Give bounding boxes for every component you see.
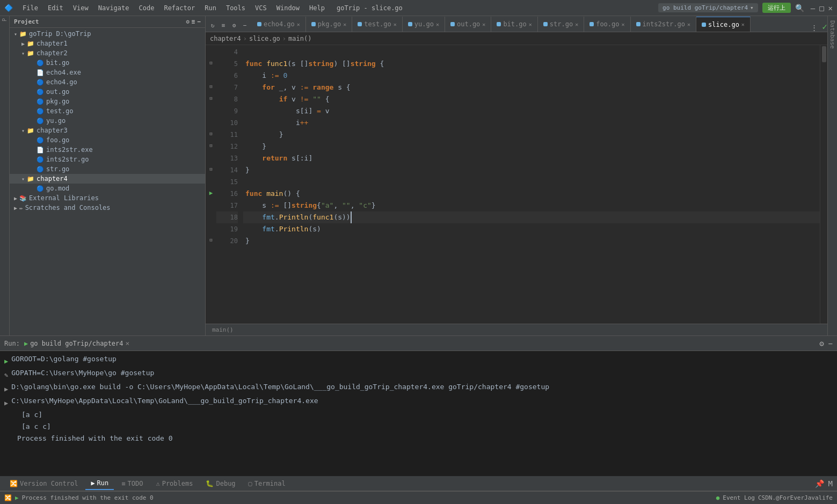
run-icon-16[interactable]: ▶ — [209, 189, 213, 196]
build-config[interactable]: go build goTrip/chapter4 ▾ — [658, 3, 758, 12]
tree-item-echo4-exe[interactable]: 📄 echo4.exe — [10, 68, 205, 77]
tab-close-test[interactable]: ✕ — [394, 21, 397, 27]
tab-close-out[interactable]: ✕ — [482, 21, 485, 27]
gutter-20[interactable]: ⊟ — [206, 234, 216, 246]
gutter-8[interactable]: ⊟ — [206, 92, 216, 104]
tab-more-button[interactable]: ⋮ — [809, 24, 820, 32]
menu-refactor[interactable]: Refactor — [159, 3, 199, 13]
tab-test-go[interactable]: test.go ✕ — [352, 17, 403, 32]
tab-echo4-go[interactable]: echo4.go ✕ — [252, 17, 306, 32]
event-log-label[interactable]: Event Log — [723, 494, 755, 501]
tab-todo[interactable]: ≡ TODO — [116, 478, 148, 490]
fold-icon-7[interactable]: ⊟ — [209, 84, 212, 89]
tree-item-ints2str-go[interactable]: 🔵 ints2str.go — [10, 155, 205, 164]
tree-item-go-mod[interactable]: 🔵 go.mod — [10, 184, 205, 193]
tab-collapse-icon[interactable]: − — [240, 22, 250, 32]
tab-close-slice[interactable]: ✕ — [741, 21, 745, 27]
maximize-button[interactable]: □ — [819, 4, 824, 12]
tab-problems[interactable]: ⚠ Problems — [150, 478, 198, 490]
fold-icon-14[interactable]: ⊟ — [209, 166, 212, 172]
menu-code[interactable]: Code — [135, 3, 159, 13]
run-config-label[interactable]: go build goTrip/chapter4 — [30, 340, 123, 347]
tab-pkg-go[interactable]: pkg.go ✕ — [306, 17, 352, 32]
gutter-12[interactable]: ⊟ — [206, 140, 216, 151]
menu-run[interactable]: Run — [200, 3, 221, 13]
sidebar-gear-icon[interactable]: ⚙ — [186, 18, 190, 25]
event-log-dot[interactable]: ● — [716, 494, 720, 501]
tab-refresh-icon[interactable]: ↻ — [208, 22, 217, 32]
breadcrumb-main[interactable]: main() — [288, 35, 311, 42]
tab-close-ints2str[interactable]: ✕ — [687, 21, 690, 27]
tab-foo-go[interactable]: foo.go ✕ — [584, 17, 630, 32]
breadcrumb-chapter4[interactable]: chapter4 — [210, 35, 241, 42]
tab-out-go[interactable]: out.go ✕ — [445, 17, 491, 32]
sidebar-expand-icon[interactable]: ≡ — [192, 18, 195, 25]
minimize-button[interactable]: — — [811, 4, 815, 12]
search-toolbar-icon[interactable]: 🔍 — [795, 4, 804, 12]
tree-item-foo-go[interactable]: 🔵 foo.go — [10, 135, 205, 145]
tree-item-scratches[interactable]: ▶ ✏ Scratches and Consoles — [10, 203, 205, 213]
tab-bit-go[interactable]: bit.go ✕ — [491, 17, 537, 32]
run-status-icon[interactable]: ▶ — [15, 494, 19, 501]
tree-item-echo4-go[interactable]: 🔵 echo4.go — [10, 77, 205, 87]
vc-status-icon[interactable]: 🔀 — [4, 494, 12, 501]
db-label[interactable]: Database — [829, 20, 836, 49]
scroll-gutter[interactable] — [820, 45, 827, 324]
tree-item-gotrip[interactable]: ▾ 📁 goTrip D:\goTrip — [10, 29, 205, 39]
tab-str-go[interactable]: str.go ✕ — [538, 17, 584, 32]
editor-content[interactable]: ⊟ ⊟ ⊟ ⊟ ⊟ ⊟ ▶ ⊟ — [206, 45, 827, 324]
tree-item-chapter4[interactable]: ▾ 📁 chapter4 — [10, 174, 205, 184]
menu-tools[interactable]: Tools — [222, 3, 250, 13]
fold-icon-5[interactable]: ⊟ — [209, 60, 212, 65]
tab-close-echo4[interactable]: ✕ — [297, 21, 300, 27]
tree-item-ints2str-exe[interactable]: 📄 ints2str.exe — [10, 145, 205, 155]
tab-yu-go[interactable]: yu.go ✕ — [403, 17, 445, 32]
tab-version-control[interactable]: 🔀 Version Control — [4, 478, 83, 490]
pin-icon[interactable]: 📌 — [815, 479, 824, 488]
fold-icon-20[interactable]: ⊟ — [209, 237, 212, 243]
tab-terminal[interactable]: ▢ Terminal — [243, 478, 291, 490]
tree-item-pkg-go[interactable]: 🔵 pkg.go — [10, 97, 205, 106]
activity-project[interactable]: P — [2, 18, 8, 21]
tab-slice-go[interactable]: slice.go ✕ — [696, 17, 751, 32]
menu-view[interactable]: View — [69, 3, 93, 13]
menu-vcs[interactable]: VCS — [251, 3, 271, 13]
gutter-14[interactable]: ⊟ — [206, 163, 216, 175]
tab-close-pkg[interactable]: ✕ — [343, 21, 346, 27]
tab-ints2str-go[interactable]: ints2str.go ✕ — [631, 17, 697, 32]
tree-item-yu-go[interactable]: 🔵 yu.go — [10, 116, 205, 126]
tree-item-chapter1[interactable]: ▶ 📁 chapter1 — [10, 39, 205, 48]
fold-icon-11[interactable]: ⊟ — [209, 131, 212, 136]
tree-item-external-libs[interactable]: ▶ 📚 External Libraries — [10, 193, 205, 203]
code-editor[interactable]: func func1(s []string) []string { i := 0… — [243, 45, 820, 324]
menu-edit[interactable]: Edit — [43, 3, 68, 13]
menu-navigate[interactable]: Navigate — [94, 3, 134, 13]
tree-item-str-go[interactable]: 🔵 str.go — [10, 164, 205, 174]
scroll-thumb[interactable] — [822, 46, 826, 62]
menu-help[interactable]: Help — [305, 3, 329, 13]
tab-close-foo[interactable]: ✕ — [622, 21, 625, 27]
tab-run[interactable]: ▶ Run — [85, 477, 114, 490]
gutter-7[interactable]: ⊟ — [206, 81, 216, 92]
db-sidebar[interactable]: Database — [827, 16, 837, 335]
tab-close-yu[interactable]: ✕ — [436, 21, 439, 27]
gutter-11[interactable]: ⊟ — [206, 128, 216, 140]
tree-item-bit-go[interactable]: 🔵 bit.go — [10, 58, 205, 68]
breadcrumb-slice-go[interactable]: slice.go — [249, 35, 280, 42]
gutter-16[interactable]: ▶ — [206, 187, 216, 199]
run-config-close[interactable]: × — [126, 339, 130, 347]
tab-settings-icon[interactable]: ⚙ — [229, 22, 239, 32]
run-gear-icon[interactable]: ⚙ — [819, 339, 824, 348]
sidebar-collapse-icon[interactable]: − — [197, 18, 201, 25]
tab-list-icon[interactable]: ≡ — [219, 22, 228, 32]
menu-file[interactable]: File — [18, 3, 42, 13]
gutter-5[interactable]: ⊟ — [206, 57, 216, 69]
close-button[interactable]: ✕ — [828, 4, 833, 12]
run-collapse-icon[interactable]: − — [828, 339, 833, 348]
tree-item-out-go[interactable]: 🔵 out.go — [10, 87, 205, 97]
tree-item-test-go[interactable]: 🔵 test.go — [10, 106, 205, 116]
tree-item-chapter3[interactable]: ▾ 📁 chapter3 — [10, 126, 205, 135]
run-button[interactable]: 运行上 — [762, 3, 791, 13]
tab-debug[interactable]: 🐛 Debug — [200, 478, 241, 490]
make-icon[interactable]: M — [828, 479, 833, 488]
